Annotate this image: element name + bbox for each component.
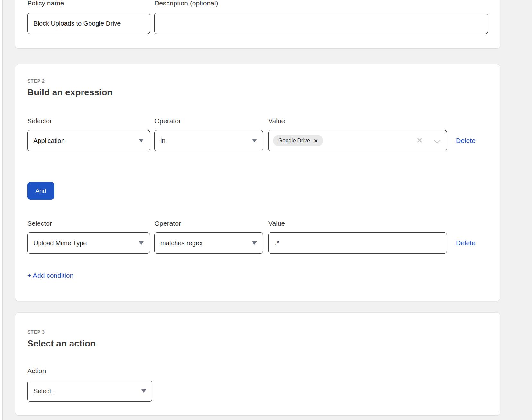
action-dropdown[interactable]: Select... <box>27 381 152 402</box>
description-field-group: Description (optional) <box>154 0 488 34</box>
policy-name-label: Policy name <box>27 0 150 7</box>
build-expression-card: STEP 2 Build an expression Selector Oper… <box>15 64 500 301</box>
condition1-delete-link[interactable]: Delete <box>456 137 476 144</box>
policy-name-field-group: Policy name <box>27 0 150 34</box>
condition1-value-multiselect[interactable]: Google Drive ✕ ✕ <box>268 130 447 151</box>
clear-selection-icon[interactable]: ✕ <box>417 137 423 144</box>
condition1-operator-value: in <box>160 137 166 144</box>
action-label: Action <box>27 367 488 375</box>
action-dropdown-value: Select... <box>33 388 56 395</box>
dropdown-caret-icon <box>252 241 257 245</box>
description-input[interactable] <box>154 13 488 34</box>
condition1-labels-row: Selector Operator Value <box>27 117 488 130</box>
add-condition-link[interactable]: + Add condition <box>27 272 73 279</box>
condition2-selector-dropdown[interactable]: Upload Mime Type <box>27 232 150 254</box>
step2-title: Build an expression <box>27 88 488 97</box>
condition1-selector-value: Application <box>33 137 65 144</box>
policy-builder-content: Policy name Description (optional) STEP … <box>15 0 500 415</box>
step3-label: STEP 3 <box>27 329 488 334</box>
condition2-labels-row: Selector Operator Value <box>27 220 488 232</box>
condition2-value-input[interactable] <box>268 232 447 254</box>
policy-details-card: Policy name Description (optional) <box>15 0 500 48</box>
description-label: Description (optional) <box>154 0 488 7</box>
condition2-value-wrap <box>268 232 447 254</box>
step3-title: Select an action <box>27 339 488 348</box>
policy-fields-row: Policy name Description (optional) <box>27 0 488 34</box>
dropdown-caret-icon <box>139 241 144 245</box>
value-tag-text: Google Drive <box>278 137 310 144</box>
condition2-value-label: Value <box>268 220 447 227</box>
condition1-selector-label: Selector <box>27 117 150 125</box>
multiselect-icons: ✕ <box>417 137 440 144</box>
condition1-value-label: Value <box>268 117 447 125</box>
condition1-selector-dropdown[interactable]: Application <box>27 130 150 151</box>
condition2-operator-label: Operator <box>154 220 263 227</box>
condition2-operator-dropdown[interactable]: matches regex <box>154 232 263 254</box>
select-action-card: STEP 3 Select an action Action Select... <box>15 313 500 415</box>
condition2-delete-link[interactable]: Delete <box>456 239 476 247</box>
condition1-operator-label: Operator <box>154 117 263 125</box>
policy-name-input[interactable] <box>27 13 150 34</box>
and-connector-button[interactable]: And <box>27 182 54 200</box>
chevron-down-icon[interactable] <box>434 136 441 143</box>
left-rail <box>0 0 3 420</box>
value-tag: Google Drive ✕ <box>273 135 323 146</box>
condition1-operator-dropdown[interactable]: in <box>154 130 263 151</box>
condition2-selector-label: Selector <box>27 220 150 227</box>
dropdown-caret-icon <box>252 139 257 142</box>
condition2-operator-value: matches regex <box>160 240 202 247</box>
condition1-controls-row: Application in Google Drive ✕ ✕ Delete <box>27 130 488 151</box>
dropdown-caret-icon <box>141 389 146 393</box>
tag-remove-icon[interactable]: ✕ <box>314 138 318 143</box>
condition2-controls-row: Upload Mime Type matches regex Delete <box>27 232 488 254</box>
condition2-selector-value: Upload Mime Type <box>33 240 87 247</box>
step2-label: STEP 2 <box>27 78 488 83</box>
dropdown-caret-icon <box>139 139 144 142</box>
